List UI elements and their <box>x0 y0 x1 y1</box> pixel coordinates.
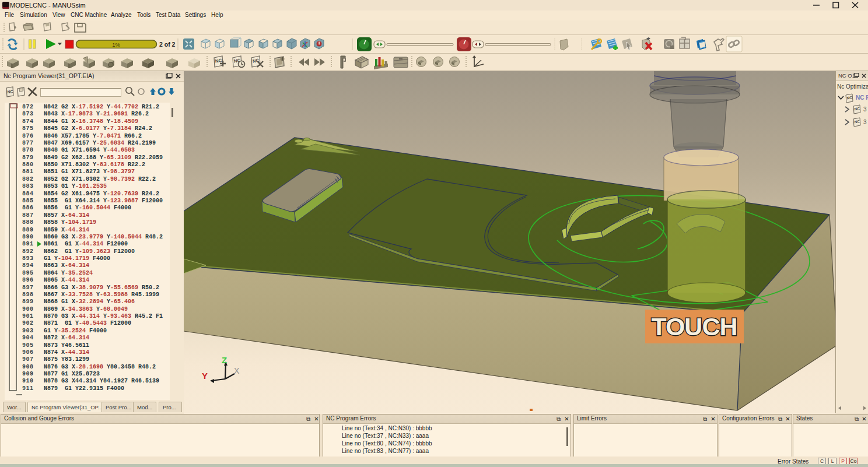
svg-text:Z: Z <box>222 355 227 365</box>
svg-text:TOUCH: TOUCH <box>651 312 737 340</box>
svg-text:1%: 1% <box>112 41 120 48</box>
svg-text:Y: Y <box>202 371 208 381</box>
svg-text:2 of 2: 2 of 2 <box>159 41 176 48</box>
svg-text:X: X <box>234 366 240 375</box>
svg-text:NC: NC <box>7 89 13 94</box>
svg-text:NC: NC <box>854 119 860 124</box>
svg-text:NC: NC <box>846 95 852 100</box>
svg-text:NC: NC <box>854 106 860 111</box>
